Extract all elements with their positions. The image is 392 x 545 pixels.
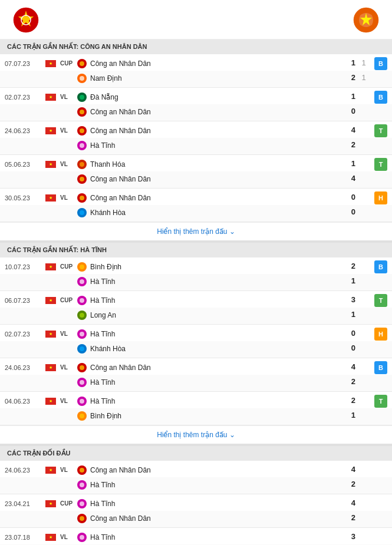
svg-point-16 bbox=[80, 143, 84, 148]
svg-point-50 bbox=[80, 501, 84, 506]
result-badge: B bbox=[374, 361, 387, 374]
chevron-down-icon: ⌄ bbox=[229, 431, 235, 439]
flag-vn bbox=[45, 263, 56, 270]
score-pair1: 4 bbox=[337, 464, 355, 476]
flag-vn bbox=[45, 467, 56, 474]
show-more-button[interactable]: Hiển thị thêm trận đấu ⌄ bbox=[0, 425, 392, 444]
match-header bbox=[0, 0, 392, 39]
team2-icon bbox=[77, 276, 87, 287]
flag-vn bbox=[45, 331, 56, 338]
match-row: Hà Tĩnh 2 bbox=[0, 138, 392, 154]
match-row: 23.04.21 CUP Hà Tĩnh 4 bbox=[0, 494, 392, 511]
team1-name: Công an Nhân Dân bbox=[90, 364, 151, 372]
score2: 0 bbox=[351, 342, 355, 355]
score2: 0 bbox=[351, 105, 355, 118]
score-pair1: 4 bbox=[337, 497, 355, 510]
team1-name: Công an Nhân Dân bbox=[90, 127, 151, 135]
score-pair1: 1 bbox=[337, 158, 355, 170]
flag-cell bbox=[41, 364, 60, 371]
match-type: VL bbox=[60, 534, 77, 540]
score1: 3 bbox=[351, 531, 355, 543]
team1-icon bbox=[77, 465, 87, 475]
match-date-cell: 24.06.23 bbox=[5, 467, 41, 474]
match-row: 07.07.23 CUP Công an Nhân Dân 1 1 B bbox=[0, 54, 392, 71]
team1-name: Hà Tĩnh bbox=[90, 330, 115, 338]
match-row: 05.06.23 VL Thanh Hóa 1 T bbox=[0, 155, 392, 171]
match-type: CUP bbox=[60, 60, 77, 67]
team2-icon bbox=[77, 377, 87, 388]
flag-cell bbox=[41, 297, 60, 304]
team1-icon bbox=[77, 262, 87, 272]
team2-icon bbox=[77, 411, 87, 421]
match-date-cell: 02.07.23 bbox=[5, 331, 41, 338]
svg-point-28 bbox=[80, 279, 84, 284]
score2: 2 bbox=[351, 72, 355, 84]
score-pair1: 1 bbox=[337, 57, 355, 70]
svg-point-44 bbox=[80, 414, 84, 418]
team1-name: Hà Tĩnh bbox=[90, 397, 115, 405]
team2-name: Nam Định bbox=[90, 74, 122, 82]
match-type: VL bbox=[60, 331, 77, 337]
extra-score1: 1 bbox=[355, 57, 372, 70]
score1: 4 bbox=[351, 497, 355, 510]
score1: 4 bbox=[351, 361, 355, 374]
result-badge: B bbox=[374, 57, 387, 70]
result-badge: B bbox=[374, 260, 387, 273]
svg-point-12 bbox=[80, 110, 84, 114]
match-row: 30.05.23 VL Công an Nhân Dân 0 H bbox=[0, 189, 392, 205]
team2-icon bbox=[77, 73, 87, 84]
score-pair2: 0 bbox=[337, 105, 355, 118]
score-pair2: 1 bbox=[337, 309, 355, 321]
match-date-cell: 06.07.23 bbox=[5, 297, 41, 304]
team1-name: Hà Tĩnh bbox=[90, 296, 115, 305]
svg-point-48 bbox=[80, 483, 84, 487]
score2: 1 bbox=[351, 309, 355, 321]
match-row: 10.07.23 CUP Bình Định 2 B bbox=[0, 257, 392, 274]
score2: 2 bbox=[351, 139, 355, 151]
match-pair: 07.07.23 CUP Công an Nhân Dân 1 1 B bbox=[0, 54, 392, 88]
svg-point-38 bbox=[80, 365, 84, 370]
team1-icon bbox=[77, 193, 87, 203]
match-type: CUP bbox=[60, 297, 77, 303]
match-type: CUP bbox=[60, 500, 77, 507]
result-badge: T bbox=[374, 294, 387, 307]
match-row: Long An 1 bbox=[0, 308, 392, 324]
team2-icon bbox=[77, 343, 87, 354]
team2-icon bbox=[77, 480, 87, 490]
match-row: Hà Tĩnh 2 bbox=[0, 375, 392, 391]
chevron-down-icon: ⌄ bbox=[229, 227, 235, 236]
match-row: 24.06.23 VL Công an Nhân Dân 4 T bbox=[0, 121, 392, 138]
match-row: Hà Tĩnh 2 bbox=[0, 477, 392, 494]
match-type: VL bbox=[60, 161, 77, 167]
flag-cell bbox=[41, 194, 60, 202]
team2-logo bbox=[352, 6, 380, 34]
match-row: Công an Nhân Dân 0 bbox=[0, 104, 392, 121]
flag-cell bbox=[41, 263, 60, 270]
flag-vn bbox=[45, 60, 56, 67]
score2: 0 bbox=[351, 206, 355, 219]
team1-name: Công an Nhân Dân bbox=[90, 466, 151, 474]
match-row: Công an Nhân Dân 2 bbox=[0, 511, 392, 527]
team1-icon bbox=[77, 295, 87, 306]
score2: 4 bbox=[351, 173, 355, 185]
team2-name: Công an Nhân Dân bbox=[90, 175, 151, 183]
match-pair: 24.06.23 VL Công an Nhân Dân 4 bbox=[0, 461, 392, 494]
team1-icon bbox=[77, 58, 87, 69]
match-type: VL bbox=[60, 127, 77, 134]
team1-name: Thanh Hóa bbox=[90, 160, 125, 169]
flag-cell bbox=[41, 127, 60, 134]
sections-container: CÁC TRẬN GẦN NHẤT: CÔNG AN NHÂN DÂN 07.0… bbox=[0, 39, 392, 545]
score1: 4 bbox=[351, 464, 355, 476]
show-more-button[interactable]: Hiển thị thêm trận đấu ⌄ bbox=[0, 222, 392, 240]
flag-vn bbox=[45, 500, 56, 507]
match-row: 02.07.23 VL Đà Nẵng 1 B bbox=[0, 88, 392, 104]
match-row: 24.06.23 VL Công an Nhân Dân 4 B bbox=[0, 358, 392, 375]
match-pair: 24.06.23 VL Công an Nhân Dân 4 T bbox=[0, 121, 392, 155]
flag-vn bbox=[45, 161, 56, 168]
team2-name: Hà Tĩnh bbox=[90, 378, 115, 387]
extra-score2: 1 bbox=[355, 72, 372, 84]
match-date-cell: 24.06.23 bbox=[5, 127, 41, 134]
svg-point-6 bbox=[80, 61, 84, 66]
match-pair: 23.07.18 VL Hà Tĩnh 3 Công a bbox=[0, 528, 392, 545]
result-badge: T bbox=[374, 395, 387, 408]
